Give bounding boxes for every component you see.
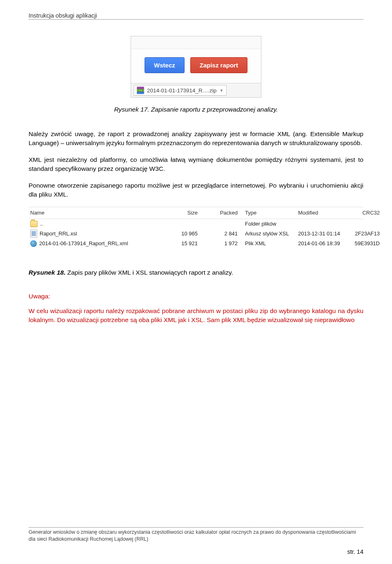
col-packed[interactable]: Packed [205,210,245,216]
figure-17-caption: Rysunek 17. Zapisanie raportu z przeprow… [29,106,363,113]
xsl-file-icon [30,230,37,237]
paragraph-3: Ponowne otworzenie zapisanego raportu mo… [29,181,363,199]
warning-heading: Uwaga: [29,293,363,300]
folder-up-icon [30,221,38,227]
cell-packed: 1 972 [205,240,245,246]
cell-type: Folder plików [245,221,298,227]
col-type[interactable]: Type [245,210,298,216]
table-header: Name Size Packed Type Modified CRC32 [29,207,363,219]
table-row[interactable]: .. Folder plików [29,219,363,229]
save-report-button[interactable]: Zapisz raport [190,57,247,73]
col-crc[interactable]: CRC32 [351,210,380,216]
cell-name: Raport_RRL.xsl [40,231,77,237]
cell-type: Arkusz stylów XSL [245,231,298,237]
chevron-down-icon: ▼ [219,88,223,93]
footer-text: Generator wniosków o zmianę obszaru wyko… [29,527,363,543]
archive-icon [137,87,144,94]
col-modified[interactable]: Modified [298,210,351,216]
cell-mod: 2013-12-31 01:14 [298,231,351,237]
download-bar: 2014-01-01-173914_R….zip ▼ [131,83,261,97]
paragraph-2: XML jest niezależny od platformy, co umo… [29,155,363,174]
figure-18-text: Zapis pary plików XML i XSL stanowiących… [65,269,233,276]
cell-mod: 2014-01-06 18:39 [298,240,351,246]
warning-body: W celu wizualizacji raportu należy rozpa… [29,307,363,325]
download-filename: 2014-01-01-173914_R….zip [147,87,216,94]
col-size[interactable]: Size [165,210,205,216]
cell-size: 10 965 [165,231,205,237]
cell-crc: 59E3931D [351,240,380,246]
page-number: str. 14 [29,548,363,555]
paragraph-1: Należy zwrócić uwagę, że raport z prowad… [29,130,363,148]
running-header: Instrukcja obsługi aplikacji [29,12,363,20]
cell-crc: 2F23AF13 [351,231,380,237]
cell-name: .. [40,221,43,227]
figure-18-label: Rysunek 18. [29,269,65,276]
back-button[interactable]: Wstecz [145,57,185,73]
cell-type: Plik XML [245,240,298,246]
cell-name: 2014-01-06-173914_Raport_RRL.xml [39,240,128,246]
table-row[interactable]: Raport_RRL.xsl 10 965 2 841 Arkusz styló… [29,229,363,239]
col-name[interactable]: Name [30,210,165,216]
cell-size: 15 921 [165,240,205,246]
window-top-strip [131,36,261,49]
page-footer: Generator wniosków o zmianę obszaru wyko… [29,527,363,555]
cell-packed: 2 841 [205,231,245,237]
download-chip[interactable]: 2014-01-01-173914_R….zip ▼ [134,85,227,96]
table-row[interactable]: 2014-01-06-173914_Raport_RRL.xml 15 921 … [29,239,363,248]
figure-18-screenshot: Name Size Packed Type Modified CRC32 .. … [29,207,363,248]
ie-xml-file-icon [30,240,37,247]
figure-18-caption: Rysunek 18. Zapis pary plików XML i XSL … [29,269,363,276]
figure-17-screenshot: Wstecz Zapisz raport 2014-01-01-173914_R… [131,36,261,98]
